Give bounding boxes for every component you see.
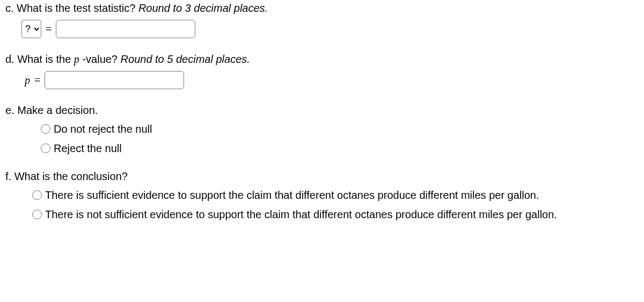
option-label: Do not reject the null [54,122,152,136]
question-d-text-mid: -value? [79,53,121,65]
question-c-input-row: ? = [21,20,639,38]
radio-do-not-reject[interactable] [41,124,50,134]
question-c-prompt: c. What is the test statistic? Round to … [5,2,639,15]
p-value-input[interactable] [45,71,184,89]
question-c-instruction: Round to 3 decimal places. [138,2,268,14]
test-statistic-input[interactable] [56,20,195,38]
radio-not-sufficient-evidence[interactable] [32,210,42,219]
option-not-sufficient-evidence[interactable]: There is not sufficient evidence to supp… [32,207,639,221]
option-do-not-reject[interactable]: Do not reject the null [41,122,639,136]
option-label: There is not sufficient evidence to supp… [45,207,557,221]
question-d: d. What is the p -value? Round to 5 deci… [5,53,639,89]
question-e: e. Make a decision. Do not reject the nu… [5,104,639,155]
question-f-options: There is sufficient evidence to support … [32,188,639,221]
equals-sign: = [34,74,40,87]
question-d-prompt: d. What is the p -value? Round to 5 deci… [5,53,639,66]
test-statistic-symbol-select[interactable]: ? [21,20,41,38]
question-c: c. What is the test statistic? Round to … [5,2,639,38]
question-d-text-lead: d. What is the [5,53,74,65]
radio-reject[interactable] [41,143,50,153]
equals-sign: = [46,23,52,35]
question-e-prompt: e. Make a decision. [5,104,639,117]
question-d-input-row: p = [25,71,639,89]
question-f: f. What is the conclusion? There is suff… [5,170,639,221]
question-d-var: p [74,53,79,65]
question-c-text: c. What is the test statistic? [5,2,138,14]
question-e-options: Do not reject the null Reject the null [41,122,639,155]
radio-sufficient-evidence[interactable] [32,190,42,200]
option-reject[interactable]: Reject the null [41,141,639,155]
p-label: p [25,74,30,87]
option-sufficient-evidence[interactable]: There is sufficient evidence to support … [32,188,639,202]
question-f-prompt: f. What is the conclusion? [5,170,639,183]
option-label: There is sufficient evidence to support … [45,188,539,202]
question-d-instruction: Round to 5 decimal places. [121,53,250,65]
option-label: Reject the null [54,141,122,155]
